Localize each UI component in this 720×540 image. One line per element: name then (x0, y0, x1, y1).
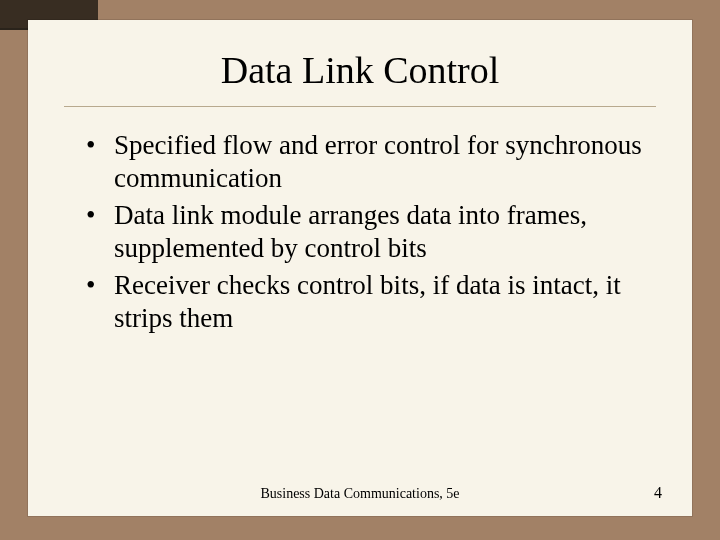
slide-footer: Business Data Communications, 5e 4 (28, 486, 692, 502)
slide-content: Data Link Control Specified flow and err… (28, 20, 692, 516)
title-rule (64, 106, 656, 107)
bullet-item: Data link module arranges data into fram… (86, 199, 652, 265)
slide-title: Data Link Control (68, 48, 652, 92)
bullet-item: Specified flow and error control for syn… (86, 129, 652, 195)
page-number: 4 (654, 484, 662, 502)
bullet-list: Specified flow and error control for syn… (86, 129, 652, 335)
footer-text: Business Data Communications, 5e (28, 486, 692, 502)
slide: Data Link Control Specified flow and err… (0, 0, 720, 540)
bullet-item: Receiver checks control bits, if data is… (86, 269, 652, 335)
